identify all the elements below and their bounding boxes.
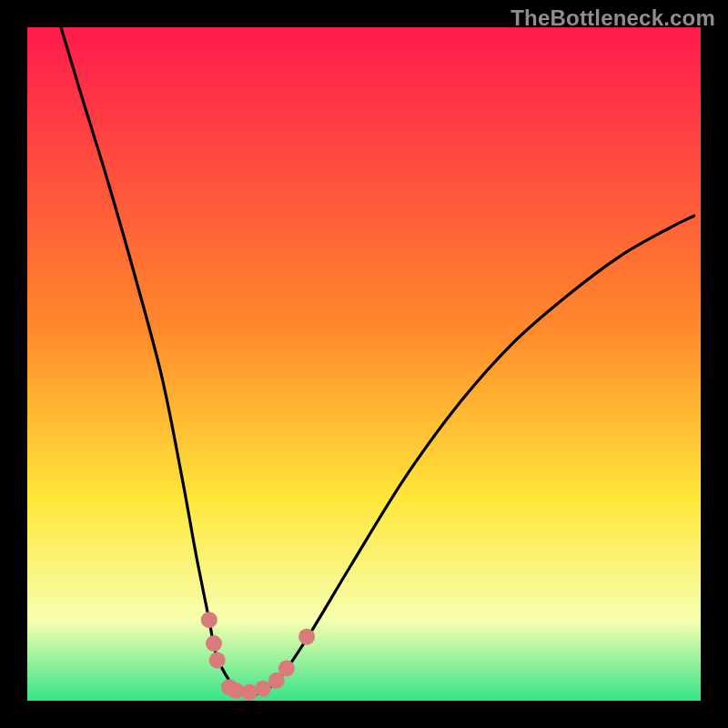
plot-svg (27, 27, 701, 701)
data-marker (201, 612, 217, 628)
data-marker (278, 660, 295, 676)
data-marker (209, 652, 226, 669)
watermark-text: TheBottleneck.com (511, 5, 715, 31)
data-marker (298, 629, 315, 645)
gradient-bg (27, 27, 701, 701)
data-marker (206, 635, 222, 652)
chart-frame: TheBottleneck.com (0, 0, 728, 728)
plot-area (27, 27, 701, 701)
